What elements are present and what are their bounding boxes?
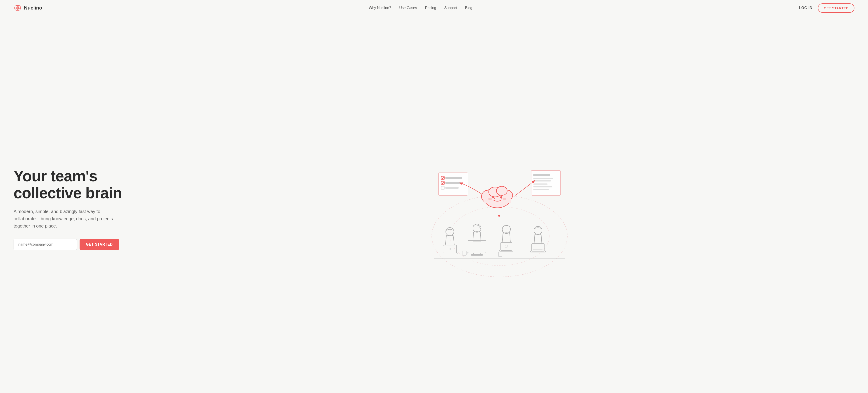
svg-point-23 (496, 186, 507, 195)
logo-text: Nuclino (24, 5, 42, 11)
main-nav: Why Nuclino? Use Cases Pricing Support B… (369, 6, 472, 10)
nav-why-nuclino[interactable]: Why Nuclino? (369, 6, 391, 10)
header-actions: LOG IN GET STARTED (799, 3, 855, 13)
svg-point-26 (492, 196, 494, 198)
nav-pricing[interactable]: Pricing (425, 6, 436, 10)
brain-icon (13, 4, 22, 12)
svg-rect-31 (443, 245, 457, 253)
svg-rect-40 (498, 252, 502, 256)
nav-use-cases[interactable]: Use Cases (399, 6, 417, 10)
svg-point-43 (505, 245, 508, 248)
site-header: Nuclino Why Nuclino? Use Cases Pricing S… (0, 0, 868, 16)
nav-support[interactable]: Support (444, 6, 457, 10)
svg-rect-41 (501, 243, 512, 250)
svg-point-27 (500, 196, 502, 198)
get-started-header-button[interactable]: GET STARTED (818, 3, 855, 13)
login-button[interactable]: LOG IN (799, 6, 812, 10)
svg-rect-46 (530, 251, 546, 252)
nav-blog[interactable]: Blog (465, 6, 472, 10)
svg-rect-38 (462, 251, 466, 255)
svg-point-50 (498, 215, 500, 217)
get-started-hero-button[interactable]: GET STARTED (80, 239, 119, 250)
logo[interactable]: Nuclino (13, 4, 42, 12)
svg-point-33 (449, 248, 451, 250)
svg-rect-45 (532, 244, 544, 251)
hero-svg (145, 141, 855, 277)
svg-rect-35 (468, 241, 486, 253)
hero-section: Your team's collective brain A modern, s… (0, 16, 868, 393)
hero-title: Your team's collective brain (13, 168, 145, 201)
svg-point-29 (503, 198, 506, 200)
svg-point-28 (488, 198, 492, 200)
hero-subtitle: A modern, simple, and blazingly fast way… (13, 208, 122, 229)
email-input[interactable] (13, 238, 77, 250)
hero-content: Your team's collective brain A modern, s… (13, 168, 145, 250)
svg-rect-32 (442, 253, 458, 254)
svg-rect-42 (500, 250, 513, 251)
hero-illustration (145, 141, 855, 277)
hero-form: GET STARTED (13, 238, 145, 250)
